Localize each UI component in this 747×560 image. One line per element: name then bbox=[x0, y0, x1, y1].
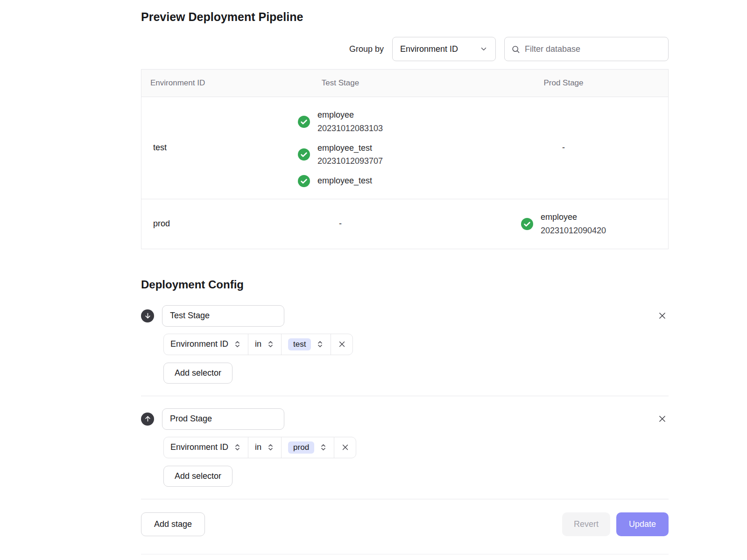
update-button[interactable]: Update bbox=[616, 512, 669, 536]
deployment-item: employee 20231012090420 bbox=[521, 210, 606, 238]
filter-database-box bbox=[504, 37, 669, 61]
selector-row: Environment ID in test bbox=[163, 334, 669, 355]
test-stage-cell-empty: - bbox=[222, 199, 459, 249]
chevron-updown-icon bbox=[267, 340, 275, 348]
check-circle-icon bbox=[298, 148, 310, 161]
add-selector-button[interactable]: Add selector bbox=[163, 466, 233, 487]
footer-right-actions: Revert Update bbox=[562, 512, 669, 536]
add-selector-button[interactable]: Add selector bbox=[163, 363, 233, 384]
deployment-list: employee 20231012090420 bbox=[521, 210, 606, 238]
group-by-label: Group by bbox=[349, 44, 384, 54]
selector-key-value: Environment ID bbox=[170, 442, 228, 452]
check-circle-icon bbox=[298, 175, 310, 187]
environment-id-cell: prod bbox=[141, 199, 222, 249]
column-header-environment-id: Environment ID bbox=[141, 70, 222, 97]
close-icon bbox=[341, 443, 349, 451]
deployment-item: employee 20231012083103 bbox=[298, 108, 383, 135]
stage-block-test: Environment ID in test bbox=[141, 305, 669, 384]
table-row: test employee 20231012083103 bbox=[141, 97, 668, 199]
selector-operator-value: in bbox=[255, 339, 261, 349]
deployment-version: 20231012083103 bbox=[317, 122, 383, 135]
bottom-divider bbox=[141, 554, 669, 554]
selector-value-dropdown[interactable]: test bbox=[281, 334, 331, 355]
selector-key-dropdown[interactable]: Environment ID bbox=[163, 437, 248, 458]
add-stage-button[interactable]: Add stage bbox=[141, 512, 205, 536]
close-icon bbox=[658, 414, 667, 423]
group-by-selected-value: Environment ID bbox=[400, 44, 458, 54]
chevron-updown-icon bbox=[233, 340, 241, 348]
pipeline-table: Environment ID Test Stage Prod Stage tes… bbox=[141, 69, 669, 249]
deployment-version: 20231012093707 bbox=[317, 154, 383, 168]
deployment-item: employee_test 20231012093707 bbox=[298, 141, 383, 168]
selector-value-chip: test bbox=[288, 338, 311, 350]
pipeline-table-header: Environment ID Test Stage Prod Stage bbox=[141, 70, 668, 97]
remove-stage-button[interactable] bbox=[656, 309, 669, 322]
close-icon bbox=[338, 340, 346, 348]
arrow-down-circle-icon bbox=[141, 309, 154, 322]
selector-key-value: Environment ID bbox=[170, 339, 228, 349]
revert-button[interactable]: Revert bbox=[562, 512, 610, 536]
deployment-config-title: Deployment Config bbox=[141, 278, 669, 291]
prod-stage-cell-empty: - bbox=[459, 97, 668, 199]
selector-operator-dropdown[interactable]: in bbox=[248, 437, 282, 458]
filter-database-input[interactable] bbox=[525, 44, 662, 54]
chevron-updown-icon bbox=[233, 443, 241, 451]
selector-operator-dropdown[interactable]: in bbox=[248, 334, 282, 355]
deployment-name: employee_test bbox=[317, 141, 383, 155]
selector-value-dropdown[interactable]: prod bbox=[281, 437, 334, 458]
arrow-up-circle-icon bbox=[141, 413, 154, 426]
chevron-updown-icon bbox=[267, 443, 275, 451]
deployment-name: employee bbox=[541, 210, 606, 224]
stage-block-prod: Environment ID in prod bbox=[141, 408, 669, 487]
selector-operator-value: in bbox=[255, 442, 261, 452]
stage-divider bbox=[141, 396, 669, 396]
deployment-name: employee bbox=[317, 108, 383, 122]
toolbar: Group by Environment ID bbox=[141, 37, 669, 61]
prod-stage-cell: employee 20231012090420 bbox=[459, 199, 668, 249]
check-circle-icon bbox=[298, 116, 310, 128]
remove-selector-button[interactable] bbox=[334, 437, 356, 458]
chevron-updown-icon bbox=[319, 443, 327, 451]
remove-stage-button[interactable] bbox=[656, 413, 669, 425]
stage-header bbox=[141, 408, 669, 430]
stage-name-input[interactable] bbox=[162, 305, 284, 327]
column-header-test-stage: Test Stage bbox=[222, 70, 459, 97]
table-row: prod - employee 20231012090420 bbox=[141, 199, 668, 249]
selector-row: Environment ID in prod bbox=[163, 437, 669, 458]
deployment-item: employee_test bbox=[298, 174, 372, 188]
footer-actions: Add stage Revert Update bbox=[141, 512, 669, 536]
chevron-down-icon bbox=[479, 45, 488, 53]
group-by-select[interactable]: Environment ID bbox=[392, 37, 496, 61]
deployment-name: employee_test bbox=[317, 174, 372, 188]
column-header-prod-stage: Prod Stage bbox=[459, 70, 668, 97]
stage-divider bbox=[141, 499, 669, 499]
deployment-version: 20231012090420 bbox=[541, 224, 606, 238]
close-icon bbox=[658, 311, 667, 320]
deployment-list: employee 20231012083103 employee_test 20… bbox=[298, 108, 383, 188]
page-title: Preview Deployment Pipeline bbox=[141, 10, 669, 24]
stage-header bbox=[141, 305, 669, 327]
chevron-updown-icon bbox=[316, 340, 324, 348]
deployment-pipeline-page: Preview Deployment Pipeline Group by Env… bbox=[141, 0, 669, 554]
environment-id-cell: test bbox=[141, 97, 222, 199]
selector-value-chip: prod bbox=[288, 441, 314, 454]
selector-key-dropdown[interactable]: Environment ID bbox=[163, 334, 248, 355]
stage-name-input[interactable] bbox=[162, 408, 284, 430]
remove-selector-button[interactable] bbox=[331, 334, 353, 355]
check-circle-icon bbox=[521, 218, 533, 230]
test-stage-cell: employee 20231012083103 employee_test 20… bbox=[222, 97, 459, 199]
search-icon bbox=[511, 45, 520, 54]
